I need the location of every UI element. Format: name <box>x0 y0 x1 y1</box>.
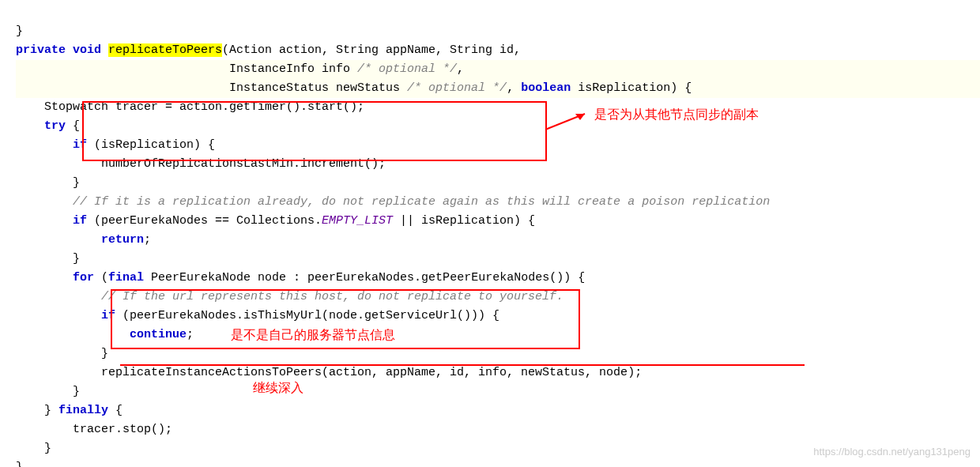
annotation-text: 是否为从其他节点同步的副本 <box>594 104 759 125</box>
code-line: // If it is a replication already, do no… <box>16 193 980 212</box>
code-text: InstanceInfo info <box>16 62 357 76</box>
code-line: // If the url represents this host, do n… <box>16 288 980 307</box>
code-line: InstanceInfo info /* optional */, <box>16 60 980 79</box>
keyword: boolean <box>521 81 571 95</box>
keyword: private void <box>16 43 108 57</box>
code-line: continue; <box>16 326 980 345</box>
annotation-text: 是不是自己的服务器节点信息 <box>231 325 395 345</box>
comment: // If the url represents this host, do n… <box>16 290 564 303</box>
comment: /* optional */ <box>357 62 457 76</box>
constant: EMPTY_LIST <box>322 214 393 228</box>
keyword: for <box>16 271 94 284</box>
keyword: continue <box>16 328 187 341</box>
code-line: if (peerEurekaNodes.isThisMyUrl(node.get… <box>16 307 980 326</box>
highlighted-method: replicateToPeers <box>108 43 222 57</box>
code-text: InstanceStatus newStatus <box>16 81 407 95</box>
code-text: } <box>16 404 58 417</box>
code-line: } finally { <box>16 401 980 420</box>
comment: /* optional */ <box>407 81 507 95</box>
code-line: } <box>16 345 980 363</box>
code-text: ( <box>94 271 108 284</box>
code-line: } <box>16 174 980 193</box>
code-line: private void replicateToPeers(Action act… <box>16 41 980 60</box>
code-line: } <box>16 22 980 41</box>
code-text: PeerEurekaNode node : peerEurekaNodes.ge… <box>144 271 585 284</box>
code-line: if (peerEurekaNodes == Collections.EMPTY… <box>16 212 980 231</box>
keyword: try <box>16 119 66 133</box>
keyword: if <box>16 214 87 228</box>
code-text: (peerEurekaNodes.isThisMyUrl(node.getSer… <box>115 309 499 322</box>
code-text: || isReplication) { <box>393 214 535 228</box>
watermark-text: https://blog.csdn.net/yang131peng <box>813 444 971 461</box>
code-text: (Action action, String appName, String i… <box>222 43 521 57</box>
code-block: }private void replicateToPeers(Action ac… <box>0 0 980 467</box>
keyword: finally <box>58 404 108 417</box>
code-text: (peerEurekaNodes == Collections. <box>87 214 322 228</box>
code-text: { <box>108 404 122 417</box>
code-line: InstanceStatus newStatus /* optional */,… <box>16 79 980 98</box>
keyword: if <box>16 309 115 322</box>
keyword: if <box>16 138 87 152</box>
code-text: , <box>507 81 521 95</box>
code-line: return; <box>16 231 980 250</box>
code-text: ; <box>144 233 151 247</box>
code-text: ; <box>187 328 194 341</box>
comment: // If it is a replication already, do no… <box>16 195 770 209</box>
keyword: final <box>108 271 144 284</box>
code-line: Stopwatch tracer = action.getTimer().sta… <box>16 98 980 117</box>
code-text: isReplication) { <box>571 81 692 95</box>
keyword: return <box>16 233 144 247</box>
code-line: tracer.stop(); <box>16 420 980 439</box>
code-text: (isReplication) { <box>87 138 215 152</box>
code-text: , <box>457 62 464 76</box>
code-text: { <box>66 119 80 133</box>
annotation-text: 继续深入 <box>253 378 303 398</box>
code-line: numberOfReplicationsLastMin.increment(); <box>16 155 980 174</box>
code-line: for (final PeerEurekaNode node : peerEur… <box>16 269 980 288</box>
code-line: } <box>16 250 980 269</box>
code-line: replicateInstanceActionsToPeers(action, … <box>16 363 980 382</box>
code-line: if (isReplication) { <box>16 136 980 155</box>
code-line: } <box>16 382 980 401</box>
code-line: try { <box>16 117 980 136</box>
